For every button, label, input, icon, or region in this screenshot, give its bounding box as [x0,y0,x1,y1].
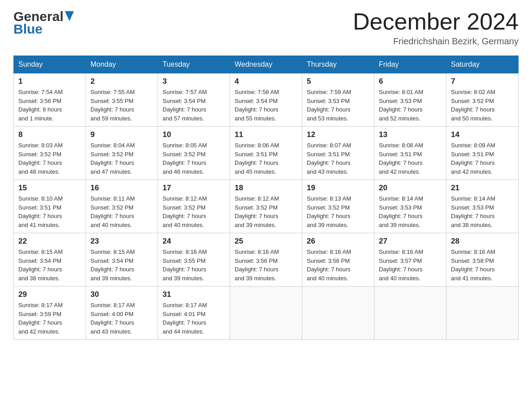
calendar-header: Sunday Monday Tuesday Wednesday Thursday… [14,56,519,73]
calendar-week-row: 29Sunrise: 8:17 AMSunset: 3:59 PMDayligh… [14,287,519,340]
calendar-cell: 10Sunrise: 8:05 AMSunset: 3:52 PMDayligh… [158,127,230,180]
day-number: 17 [163,184,225,193]
day-number: 23 [90,237,153,246]
day-info: Sunrise: 7:57 AMSunset: 3:54 PMDaylight:… [163,88,225,123]
day-number: 27 [379,237,442,246]
day-info: Sunrise: 8:02 AMSunset: 3:52 PMDaylight:… [451,88,514,123]
day-number: 6 [379,77,442,86]
calendar-cell: 13Sunrise: 8:08 AMSunset: 3:51 PMDayligh… [374,127,446,180]
location-title: Friedrichshain Bezirk, Germany [353,36,519,47]
day-number: 26 [307,237,369,246]
day-info: Sunrise: 8:17 AMSunset: 3:59 PMDaylight:… [18,301,81,336]
day-info: Sunrise: 8:12 AMSunset: 3:52 PMDaylight:… [235,194,297,229]
calendar-cell: 24Sunrise: 8:16 AMSunset: 3:55 PMDayligh… [158,233,230,287]
col-thursday: Thursday [302,56,374,73]
day-info: Sunrise: 8:16 AMSunset: 3:57 PMDaylight:… [379,248,442,283]
svg-marker-0 [65,11,74,21]
day-info: Sunrise: 8:05 AMSunset: 3:52 PMDaylight:… [163,141,225,176]
day-number: 8 [18,130,81,139]
day-info: Sunrise: 8:15 AMSunset: 3:54 PMDaylight:… [18,248,81,283]
calendar-cell: 20Sunrise: 8:14 AMSunset: 3:53 PMDayligh… [374,180,446,233]
calendar-cell: 14Sunrise: 8:09 AMSunset: 3:51 PMDayligh… [446,127,519,180]
day-info: Sunrise: 8:16 AMSunset: 3:58 PMDaylight:… [451,248,514,283]
calendar-cell: 6Sunrise: 8:01 AMSunset: 3:53 PMDaylight… [374,73,446,127]
calendar-cell: 26Sunrise: 8:16 AMSunset: 3:56 PMDayligh… [302,233,374,287]
day-number: 21 [451,184,514,193]
day-number: 19 [307,184,369,193]
day-number: 5 [307,77,369,86]
calendar-cell [302,287,374,340]
day-number: 25 [235,237,297,246]
calendar-cell: 5Sunrise: 7:59 AMSunset: 3:53 PMDaylight… [302,73,374,127]
day-number: 22 [18,237,81,246]
day-info: Sunrise: 8:03 AMSunset: 3:52 PMDaylight:… [18,141,81,176]
day-number: 12 [307,130,369,139]
day-info: Sunrise: 7:59 AMSunset: 3:53 PMDaylight:… [307,88,369,123]
day-info: Sunrise: 8:14 AMSunset: 3:53 PMDaylight:… [379,194,442,229]
col-sunday: Sunday [14,56,86,73]
day-number: 18 [235,184,297,193]
calendar-week-row: 8Sunrise: 8:03 AMSunset: 3:52 PMDaylight… [14,127,519,180]
calendar-cell [374,287,446,340]
day-info: Sunrise: 8:12 AMSunset: 3:52 PMDaylight:… [163,194,225,229]
calendar-cell: 30Sunrise: 8:17 AMSunset: 4:00 PMDayligh… [86,287,158,340]
day-number: 1 [18,77,81,86]
calendar-week-row: 1Sunrise: 7:54 AMSunset: 3:56 PMDaylight… [14,73,519,127]
day-info: Sunrise: 8:16 AMSunset: 3:55 PMDaylight:… [163,248,225,283]
col-friday: Friday [374,56,446,73]
calendar-cell: 19Sunrise: 8:13 AMSunset: 3:52 PMDayligh… [302,180,374,233]
calendar-cell: 9Sunrise: 8:04 AMSunset: 3:52 PMDaylight… [86,127,158,180]
day-number: 13 [379,130,442,139]
calendar-week-row: 22Sunrise: 8:15 AMSunset: 3:54 PMDayligh… [14,233,519,287]
page-header: General Blue December 2024 Friedrichshai… [13,9,519,47]
col-saturday: Saturday [446,56,519,73]
day-info: Sunrise: 8:14 AMSunset: 3:53 PMDaylight:… [451,194,514,229]
day-number: 9 [90,130,153,139]
day-info: Sunrise: 8:11 AMSunset: 3:52 PMDaylight:… [90,194,153,229]
day-number: 24 [163,237,225,246]
day-info: Sunrise: 8:04 AMSunset: 3:52 PMDaylight:… [90,141,153,176]
calendar-cell: 2Sunrise: 7:55 AMSunset: 3:55 PMDaylight… [86,73,158,127]
day-number: 2 [90,77,153,86]
calendar-body: 1Sunrise: 7:54 AMSunset: 3:56 PMDaylight… [14,73,519,340]
calendar-cell: 11Sunrise: 8:06 AMSunset: 3:51 PMDayligh… [230,127,302,180]
calendar-cell: 3Sunrise: 7:57 AMSunset: 3:54 PMDaylight… [158,73,230,127]
calendar-cell: 22Sunrise: 8:15 AMSunset: 3:54 PMDayligh… [14,233,86,287]
calendar-cell: 28Sunrise: 8:16 AMSunset: 3:58 PMDayligh… [446,233,519,287]
day-number: 7 [451,77,514,86]
day-number: 30 [90,290,153,299]
day-info: Sunrise: 8:09 AMSunset: 3:51 PMDaylight:… [451,141,514,176]
day-number: 10 [163,130,225,139]
day-info: Sunrise: 8:07 AMSunset: 3:51 PMDaylight:… [307,141,369,176]
logo: General Blue [13,9,74,37]
day-info: Sunrise: 8:17 AMSunset: 4:01 PMDaylight:… [163,301,225,336]
calendar-cell: 17Sunrise: 8:12 AMSunset: 3:52 PMDayligh… [158,180,230,233]
day-info: Sunrise: 8:16 AMSunset: 3:56 PMDaylight:… [307,248,369,283]
day-number: 14 [451,130,514,139]
day-info: Sunrise: 8:10 AMSunset: 3:51 PMDaylight:… [18,194,81,229]
col-tuesday: Tuesday [158,56,230,73]
day-number: 31 [163,290,225,299]
calendar-cell: 1Sunrise: 7:54 AMSunset: 3:56 PMDaylight… [14,73,86,127]
calendar-cell: 16Sunrise: 8:11 AMSunset: 3:52 PMDayligh… [86,180,158,233]
calendar-cell [446,287,519,340]
day-number: 15 [18,184,81,193]
calendar-cell: 31Sunrise: 8:17 AMSunset: 4:01 PMDayligh… [158,287,230,340]
calendar-cell: 29Sunrise: 8:17 AMSunset: 3:59 PMDayligh… [14,287,86,340]
calendar-cell: 18Sunrise: 8:12 AMSunset: 3:52 PMDayligh… [230,180,302,233]
day-number: 20 [379,184,442,193]
day-info: Sunrise: 7:55 AMSunset: 3:55 PMDaylight:… [90,88,153,123]
day-number: 3 [163,77,225,86]
day-info: Sunrise: 8:15 AMSunset: 3:54 PMDaylight:… [90,248,153,283]
calendar-cell: 4Sunrise: 7:58 AMSunset: 3:54 PMDaylight… [230,73,302,127]
calendar-cell: 23Sunrise: 8:15 AMSunset: 3:54 PMDayligh… [86,233,158,287]
calendar-cell: 15Sunrise: 8:10 AMSunset: 3:51 PMDayligh… [14,180,86,233]
calendar-cell: 25Sunrise: 8:16 AMSunset: 3:56 PMDayligh… [230,233,302,287]
day-info: Sunrise: 8:16 AMSunset: 3:56 PMDaylight:… [235,248,297,283]
logo-blue-text: Blue [13,21,74,37]
col-monday: Monday [86,56,158,73]
day-number: 11 [235,130,297,139]
calendar-cell: 7Sunrise: 8:02 AMSunset: 3:52 PMDaylight… [446,73,519,127]
day-info: Sunrise: 8:06 AMSunset: 3:51 PMDaylight:… [235,141,297,176]
calendar-cell: 21Sunrise: 8:14 AMSunset: 3:53 PMDayligh… [446,180,519,233]
